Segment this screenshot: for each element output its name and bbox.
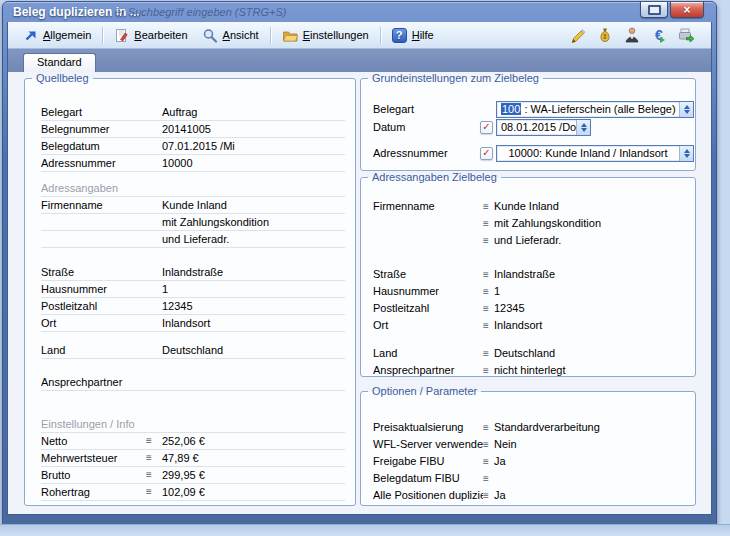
field-value: 10000 xyxy=(162,156,345,171)
field-label: Belegdatum xyxy=(41,139,146,154)
menu-ansicht[interactable]: Ansicht xyxy=(195,26,266,45)
field-row: Firmenname≡Kunde Inland xyxy=(373,198,687,215)
adressnummer-checkbox[interactable]: ✓ xyxy=(480,147,493,160)
field-row: Postleitzahl≡12345 xyxy=(373,300,687,317)
field-label: Firmenname xyxy=(41,198,146,213)
belegart-row: Belegart 100 : WA-Lieferschein (alle Bel… xyxy=(373,101,695,117)
field-label: Land xyxy=(373,346,483,361)
field-label: Belegnummer xyxy=(41,122,146,137)
equals-bullet-icon: ≡ xyxy=(483,302,494,316)
adressangaben-ziel-box-title: Adressangaben Zielbeleg xyxy=(368,171,501,184)
adressnummer-dropdown[interactable]: 10000: Kunde Inland / Inlandsort xyxy=(496,145,694,162)
sign-edit-icon[interactable] xyxy=(569,26,587,44)
menu-bearbeiten[interactable]: Bearbeiten xyxy=(107,26,194,45)
datum-checkbox[interactable]: ✓ xyxy=(480,121,493,134)
field-value: Deutschland xyxy=(494,346,687,361)
field-value: und Lieferadr. xyxy=(494,233,687,248)
spinner-button[interactable] xyxy=(576,120,590,135)
spinner-button[interactable] xyxy=(679,146,693,161)
field-label: Land xyxy=(41,343,146,358)
equals-bullet-icon: ≡ xyxy=(146,468,162,482)
field-value: Kunde Inland xyxy=(494,199,687,214)
field-label: Netto xyxy=(41,434,146,449)
screen: { "window": { "title": "Beleg dupliziere… xyxy=(0,0,730,536)
equals-bullet-icon: ≡ xyxy=(146,434,162,448)
field-row: Preisaktualsierung≡Standardverarbeitung xyxy=(373,419,687,436)
field-row: LandDeutschland xyxy=(41,342,345,359)
field-row: Mehrwertsteuer≡47,89 € xyxy=(41,450,345,467)
datum-field[interactable]: 08.01.2015 /Do xyxy=(496,119,591,136)
field-row: Ansprechpartner xyxy=(41,374,345,391)
field-row: Postleitzahl12345 xyxy=(41,298,345,315)
field-value: 12345 xyxy=(162,299,345,314)
field-row: Ort≡Inlandsort xyxy=(373,317,687,334)
field-label: WFL-Server verwenden xyxy=(373,437,483,452)
menu-hilfe[interactable]: ? Hilfe xyxy=(385,26,441,45)
money-bag-icon[interactable] xyxy=(596,26,614,44)
field-label: Belegdatum FIBU xyxy=(373,471,483,486)
minimize-button[interactable] xyxy=(640,2,668,18)
field-row: Belegdatum07.01.2015 /Mi xyxy=(41,138,345,155)
menubar: Allgemein Bearbeiten Ansicht xyxy=(8,22,711,49)
adressangaben-ziel-box: Adressangaben Zielbeleg Firmenname≡Kunde… xyxy=(360,177,696,377)
field-row: Adressnummer10000 xyxy=(41,155,345,172)
quellbeleg-box-title: Quellbeleg xyxy=(32,72,93,85)
field-value: 20141005 xyxy=(162,122,345,137)
equals-bullet-icon: ≡ xyxy=(483,234,494,248)
field-label: Ort xyxy=(41,316,146,331)
field-value: Inlandsort xyxy=(162,316,345,331)
field-label: Ansprechpartner xyxy=(373,363,483,378)
field-row: Ansprechpartner≡nicht hinterlegt xyxy=(373,362,687,379)
person-icon[interactable] xyxy=(623,26,641,44)
field-row: WFL-Server verwenden≡Nein xyxy=(373,436,687,453)
field-label: Postleitzahl xyxy=(41,299,146,314)
titlebar[interactable]: Beleg duplizieren in ... er Suchbegriff … xyxy=(3,2,716,22)
menu-separator xyxy=(102,27,103,44)
field-label: Alle Positionen duplizieren xyxy=(373,488,483,503)
field-row: ≡und Lieferadr. xyxy=(373,232,687,249)
menu-einstellungen[interactable]: Einstellungen xyxy=(275,26,376,45)
field-label: Freigabe FIBU xyxy=(373,454,483,469)
equals-bullet-icon: ≡ xyxy=(483,217,494,231)
grundeinstellungen-box: Grundeinstellungen zum Zielbeleg Belegar… xyxy=(360,78,696,171)
field-value: Nein xyxy=(494,437,687,452)
equals-bullet-icon: ≡ xyxy=(146,451,162,465)
section-header-row: Einstellungen / Info xyxy=(41,416,345,433)
belegart-label: Belegart xyxy=(373,103,480,115)
euro-icon[interactable]: € xyxy=(650,26,668,44)
menu-label: Allgemein xyxy=(43,29,91,41)
menu-label: Ansicht xyxy=(223,29,259,41)
field-row: und Lieferadr. xyxy=(41,231,345,248)
spinner-button[interactable] xyxy=(679,102,693,117)
field-row: Brutto≡299,95 € xyxy=(41,467,345,484)
belegart-dropdown[interactable]: 100 : WA-Lieferschein (alle Belege) xyxy=(496,101,694,118)
field-row: Netto≡252,06 € xyxy=(41,433,345,450)
adressnummer-label: Adressnummer xyxy=(373,147,480,159)
field-value: Auftrag xyxy=(162,105,345,120)
field-value: Inlandstraße xyxy=(494,267,687,282)
close-button[interactable]: × xyxy=(670,2,704,18)
export-icon[interactable] xyxy=(677,26,695,44)
arrow-up-right-icon xyxy=(23,28,38,43)
tab-standard[interactable]: Standard xyxy=(23,53,96,72)
field-row: StraßeInlandstraße xyxy=(41,264,345,281)
field-value: mit Zahlungskondition xyxy=(162,215,345,230)
datum-label: Datum xyxy=(373,121,480,133)
field-value: 252,06 € xyxy=(162,434,345,449)
field-label: Hausnummer xyxy=(373,284,483,299)
field-value: Inlandstraße xyxy=(162,265,345,280)
equals-bullet-icon: ≡ xyxy=(483,319,494,333)
adressnummer-row: Adressnummer ✓ 10000: Kunde Inland / Inl… xyxy=(373,145,695,161)
menu-separator xyxy=(270,27,271,44)
dropdown-value: : WA-Lieferschein (alle Belege) xyxy=(521,103,675,115)
menu-separator xyxy=(380,27,381,44)
field-value: 299,95 € xyxy=(162,468,345,483)
equals-bullet-icon: ≡ xyxy=(146,485,162,499)
dropdown-value: 10000: Kunde Inland / Inlandsort xyxy=(497,146,679,161)
field-row: Freigabe FIBU≡Ja xyxy=(373,453,687,470)
dialog-window: Beleg duplizieren in ... er Suchbegriff … xyxy=(2,1,717,526)
field-row: FirmennameKunde Inland xyxy=(41,197,345,214)
field-row: mit Zahlungskondition xyxy=(41,214,345,231)
menu-allgemein[interactable]: Allgemein xyxy=(16,26,98,45)
field-label: Ort xyxy=(373,318,483,333)
